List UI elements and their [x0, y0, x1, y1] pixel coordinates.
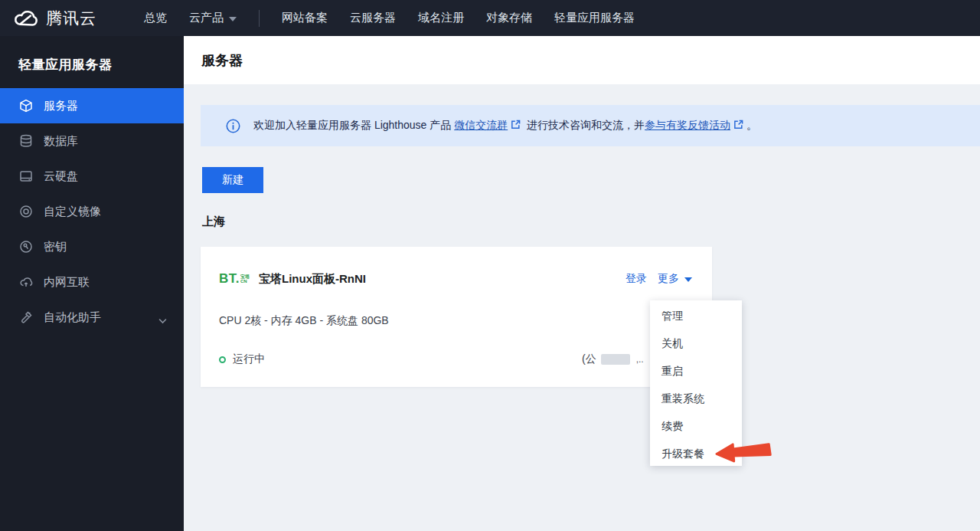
- menu-item-reinstall[interactable]: 重装系统: [650, 385, 742, 412]
- server-card-header: BT. 宝塔 CN 宝塔Linux面板-RnNI 登录 更多: [219, 271, 692, 287]
- banner-text: 欢迎加入轻量应用服务器 Lighthouse 产品 微信交流群 进行技术咨询和交…: [253, 119, 757, 133]
- private-network-icon: [18, 275, 33, 290]
- more-link[interactable]: 更多: [658, 272, 692, 286]
- key-icon: [18, 240, 33, 254]
- banner-text-after: 。: [746, 119, 757, 131]
- content-area: 欢迎加入轻量应用服务器 Lighthouse 产品 微信交流群 进行技术咨询和交…: [184, 84, 980, 531]
- server-status: 运行中: [219, 352, 265, 366]
- server-spec: CPU 2核 - 内存 4GB - 系统盘 80GB: [219, 314, 389, 328]
- custom-image-icon: [18, 205, 33, 219]
- menu-item-manage[interactable]: 管理: [650, 302, 742, 329]
- sidebar-item-cloud-disk[interactable]: 云硬盘: [0, 159, 184, 194]
- server-card[interactable]: BT. 宝塔 CN 宝塔Linux面板-RnNI 登录 更多 CPU 2核 - …: [201, 247, 712, 387]
- server-name: 宝塔Linux面板-RnNI: [259, 272, 366, 287]
- chevron-down-icon: [158, 313, 167, 326]
- red-arrow-pointer: [714, 439, 773, 467]
- top-nav: 腾讯云 总览 云产品 网站备案 云服务器 域名注册 对象存储 轻量应用服务器: [0, 0, 980, 36]
- main-area: 服务器 欢迎加入轻量应用服务器 Lighthouse 产品 微信交流群 进行技术…: [184, 36, 980, 531]
- menu-item-renew[interactable]: 续费: [650, 412, 742, 440]
- sidebar-item-label: 自动化助手: [44, 310, 101, 325]
- sidebar-item-keys[interactable]: 密钥: [0, 229, 184, 264]
- status-label: 运行中: [233, 352, 265, 366]
- sidebar-item-custom-image[interactable]: 自定义镜像: [0, 194, 184, 229]
- nav-divider: [259, 10, 260, 27]
- sidebar-item-label: 数据库: [44, 134, 78, 149]
- nav-item-cvm[interactable]: 云服务器: [350, 11, 396, 25]
- nav-item-icp[interactable]: 网站备案: [282, 11, 328, 25]
- nav-item-domain[interactable]: 域名注册: [418, 11, 464, 25]
- nav-item-products[interactable]: 云产品: [189, 11, 237, 25]
- external-link-icon: [511, 120, 521, 132]
- info-icon: [226, 119, 240, 133]
- wechat-group-link[interactable]: 微信交流群: [454, 119, 508, 131]
- nav-item-cos[interactable]: 对象存储: [486, 11, 532, 25]
- sidebar-item-private-network[interactable]: 内网互联: [0, 264, 184, 300]
- sidebar-item-label: 内网互联: [44, 275, 90, 290]
- page-title: 服务器: [201, 51, 243, 70]
- menu-item-restart[interactable]: 重启: [650, 357, 742, 385]
- sidebar: 轻量应用服务器 服务器 数据库 云硬盘 自定义镜像 密钥 内网互联: [0, 36, 184, 531]
- sidebar-item-label: 服务器: [44, 99, 78, 113]
- menu-item-shutdown[interactable]: 关机: [650, 329, 742, 357]
- notice-banner: 欢迎加入轻量应用服务器 Lighthouse 产品 微信交流群 进行技术咨询和交…: [201, 105, 980, 146]
- cloud-disk-icon: [18, 169, 33, 184]
- status-running-dot: [219, 356, 226, 363]
- feedback-activity-link[interactable]: 参与有奖反馈活动: [645, 119, 730, 131]
- server-actions: 登录 更多: [615, 272, 692, 286]
- automation-icon: [18, 310, 33, 325]
- login-link[interactable]: 登录: [626, 272, 647, 286]
- banner-text-middle: 进行技术咨询和交流，并: [524, 119, 645, 131]
- sidebar-item-label: 云硬盘: [44, 169, 78, 184]
- caret-down-icon: [684, 277, 692, 282]
- redacted-ip: [601, 354, 630, 365]
- sidebar-item-automation[interactable]: 自动化助手: [0, 300, 184, 335]
- external-link-icon: [733, 120, 743, 132]
- caret-down-icon: [229, 17, 237, 21]
- nav-items: 总览 云产品 网站备案 云服务器 域名注册 对象存储 轻量应用服务器: [144, 10, 657, 27]
- ip-fragment: ,..: [636, 354, 644, 365]
- banner-text-before: 欢迎加入轻量应用服务器 Lighthouse 产品: [253, 119, 454, 131]
- page-header: 服务器: [184, 36, 980, 84]
- tencent-cloud-brand[interactable]: 腾讯云: [13, 8, 96, 29]
- region-label: 上海: [202, 215, 225, 229]
- nav-item-overview[interactable]: 总览: [144, 11, 167, 25]
- more-dropdown-menu: 管理 关机 重启 重装系统 续费 升级套餐: [650, 300, 742, 466]
- sidebar-item-database[interactable]: 数据库: [0, 123, 184, 159]
- ip-prefix: (公: [582, 352, 596, 366]
- server-icon: [18, 99, 33, 113]
- sidebar-title: 轻量应用服务器: [0, 36, 184, 88]
- database-icon: [18, 134, 33, 149]
- server-title: BT. 宝塔 CN 宝塔Linux面板-RnNI: [219, 271, 366, 287]
- tencent-cloud-logo-icon: [13, 8, 39, 28]
- sidebar-item-servers[interactable]: 服务器: [0, 88, 184, 123]
- sidebar-item-label: 自定义镜像: [44, 205, 101, 219]
- server-ip: (公 ,..: [582, 352, 644, 366]
- sidebar-item-label: 密钥: [44, 240, 67, 254]
- baota-bt-logo: BT. 宝塔 CN: [219, 271, 250, 287]
- nav-item-lighthouse[interactable]: 轻量应用服务器: [554, 11, 635, 25]
- create-button[interactable]: 新建: [202, 167, 263, 193]
- brand-name: 腾讯云: [46, 8, 96, 29]
